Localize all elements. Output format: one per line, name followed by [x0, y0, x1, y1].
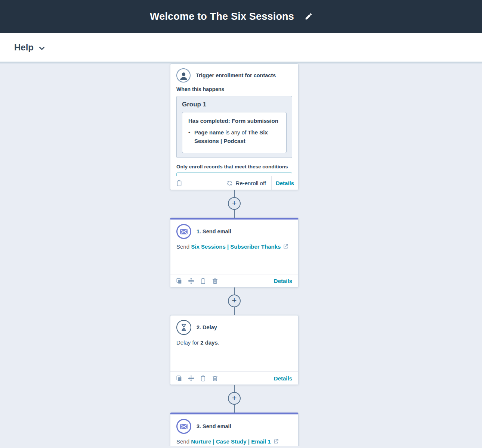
trigger-card[interactable]: Trigger enrollment for contacts When thi…	[170, 63, 299, 190]
delay-duration: 2 days	[200, 339, 218, 346]
delete-icon[interactable]	[211, 277, 219, 284]
when-this-happens-label: When this happens	[176, 86, 292, 92]
condition-title: Has completed: Form submission	[188, 118, 280, 124]
filter-conditions-label: Only enroll records that meet these cond…	[176, 164, 292, 169]
step-body-prefix: Send	[176, 243, 191, 250]
enrollment-group-box[interactable]: Group 1 Has completed: Form submission •…	[176, 96, 292, 158]
step-card-send-email-1[interactable]: 1. Send email Send Six Sessions | Subscr…	[170, 218, 299, 287]
step-title: 3. Send email	[197, 423, 231, 429]
add-step-button[interactable]: +	[228, 295, 241, 307]
send-email-icon	[176, 224, 191, 239]
step-body-prefix: Delay for	[176, 339, 200, 346]
step-card-footer: Details	[170, 274, 298, 287]
reenroll-label: Re-enroll off	[236, 180, 266, 186]
condition-bullet: • Page name is any of The Six Sessions |…	[188, 128, 280, 145]
clipboard-icon[interactable]	[200, 375, 207, 382]
email-asset-link[interactable]: Nurture | Case Study | Email 1	[191, 438, 271, 445]
send-email-icon	[176, 419, 191, 434]
step-card-footer: Details	[170, 371, 298, 385]
step-details-link[interactable]: Details	[274, 278, 292, 284]
help-bar: Help	[0, 33, 482, 63]
delete-icon[interactable]	[211, 375, 219, 382]
add-step-button[interactable]: +	[228, 197, 241, 210]
group-title: Group 1	[182, 101, 287, 108]
add-step-button[interactable]: +	[228, 392, 241, 405]
email-asset-link[interactable]: Six Sessions | Subscriber Thanks	[191, 243, 281, 250]
step-title: 2. Delay	[197, 324, 217, 330]
help-menu-label: Help	[14, 42, 34, 53]
clone-icon[interactable]	[176, 375, 183, 382]
external-link-icon[interactable]	[283, 244, 288, 249]
workflow-canvas: Trigger enrollment for contacts When thi…	[0, 63, 482, 446]
contact-trigger-icon	[176, 68, 191, 83]
help-menu-button[interactable]: Help	[14, 42, 46, 53]
step-title: 1. Send email	[197, 228, 231, 234]
external-link-icon[interactable]	[273, 439, 279, 444]
workflow-title: Welcome to The Six Sessions	[150, 11, 294, 22]
bullet-dot: •	[188, 128, 194, 145]
trigger-card-footer: Re-enroll off Details	[170, 176, 298, 190]
move-icon[interactable]	[188, 277, 195, 284]
reenroll-toggle[interactable]: Re-enroll off	[226, 180, 266, 186]
clipboard-icon[interactable]	[200, 277, 207, 284]
workflow-header: Welcome to The Six Sessions	[0, 0, 482, 33]
edit-title-pencil-icon[interactable]	[305, 12, 313, 21]
condition-property: Page name	[194, 129, 224, 136]
trigger-details-link[interactable]: Details	[276, 180, 294, 186]
step-card-send-email-3[interactable]: 3. Send email Send Nurture | Case Study …	[170, 413, 299, 446]
reenroll-refresh-icon	[226, 180, 233, 186]
step-card-delay[interactable]: 2. Delay Delay for 2 days. Details	[170, 315, 299, 385]
condition-operator: is any of	[224, 129, 248, 136]
move-icon[interactable]	[188, 375, 195, 382]
step-body-prefix: Send	[176, 438, 191, 445]
step-details-link[interactable]: Details	[274, 375, 292, 382]
enrollment-condition-box: Has completed: Form submission • Page na…	[182, 112, 287, 153]
delay-hourglass-icon	[176, 320, 191, 335]
clone-icon[interactable]	[176, 277, 183, 284]
step-body-suffix: .	[218, 339, 219, 346]
trigger-card-title: Trigger enrollment for contacts	[196, 72, 276, 78]
condition-text: Page name is any of The Six Sessions | P…	[194, 128, 280, 145]
clipboard-icon[interactable]	[176, 180, 183, 187]
chevron-down-icon	[38, 44, 46, 52]
